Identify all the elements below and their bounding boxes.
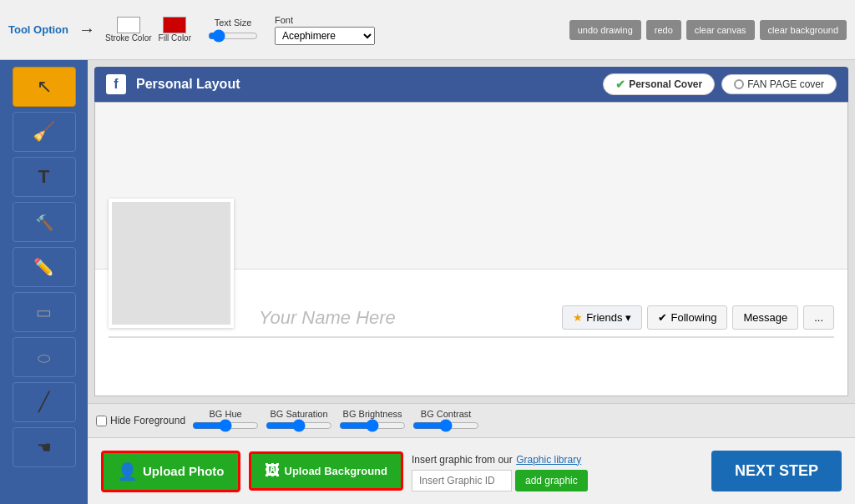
clear-canvas-button[interactable]: clear canvas: [686, 20, 755, 40]
tab-fanpage-cover[interactable]: FAN PAGE cover: [721, 74, 837, 94]
line-icon: [38, 391, 49, 413]
fb-profile-photo: [109, 199, 234, 328]
fill-color-box[interactable]: Fill Color: [159, 17, 191, 43]
text-size-slider[interactable]: [208, 29, 258, 43]
text-size-group: Text Size: [208, 18, 258, 43]
text-icon: [38, 166, 49, 188]
tool-option-label: Tool Option: [8, 23, 68, 37]
rectangle-icon: [36, 302, 52, 322]
check-icon: ✔: [658, 311, 667, 324]
bg-brightness-group: BG Brightness: [339, 409, 406, 432]
stroke-color-group: Stroke Color Fill Color: [105, 17, 191, 43]
tool-rectangle[interactable]: [13, 292, 76, 332]
ellipse-icon: [38, 348, 50, 367]
bg-hue-slider[interactable]: [192, 419, 259, 432]
fb-divider: [109, 336, 834, 338]
tab-group: ✔ Personal Cover FAN PAGE cover: [603, 73, 837, 95]
fb-logo: f: [106, 74, 126, 94]
fb-name-area: Your Name Here ★ Friends ▾ ✔ Following: [259, 305, 834, 336]
fb-header: f Personal Layout ✔ Personal Cover FAN P…: [94, 67, 848, 102]
hide-foreground-label[interactable]: Hide Foreground: [96, 415, 185, 426]
radio-icon: [734, 79, 744, 89]
next-step-button[interactable]: NEXT STEP: [711, 451, 842, 491]
graphic-library-label: Insert graphic from our Graphic library: [412, 451, 581, 466]
fb-actions: ★ Friends ▾ ✔ Following Message: [562, 305, 834, 330]
fb-profile-area: Your Name Here ★ Friends ▾ ✔ Following: [95, 270, 847, 336]
undo-button[interactable]: undo drawing: [569, 20, 641, 40]
chevron-down-icon: ▾: [625, 311, 631, 324]
tab-personal-cover[interactable]: ✔ Personal Cover: [603, 73, 715, 95]
image-icon: 🖼: [265, 462, 280, 480]
tool-ellipse[interactable]: [13, 337, 76, 377]
bottom-bar: 👤 Upload Photo 🖼 Upload Background Inser…: [88, 437, 855, 504]
font-group: Font Acephimere Arial Times New Roman Ve…: [275, 15, 375, 45]
tool-pen[interactable]: ✏️: [13, 247, 76, 287]
hand-icon: [37, 437, 52, 457]
message-button[interactable]: Message: [732, 305, 798, 330]
add-graphic-button[interactable]: add graphic: [515, 470, 588, 491]
bg-hue-group: BG Hue: [192, 409, 259, 432]
cursor-icon: [37, 76, 52, 98]
fb-canvas: Your Name Here ★ Friends ▾ ✔ Following: [94, 102, 848, 396]
bg-contrast-group: BG Contrast: [412, 409, 479, 432]
following-button[interactable]: ✔ Following: [647, 305, 727, 330]
friends-button[interactable]: ★ Friends ▾: [562, 305, 642, 330]
star-icon: ★: [573, 311, 583, 324]
clear-background-button[interactable]: clear background: [760, 20, 847, 40]
stroke-color-box[interactable]: Stroke Color: [105, 17, 152, 43]
fb-panel: f Personal Layout ✔ Personal Cover FAN P…: [88, 60, 855, 403]
tool-eraser[interactable]: 🧹: [13, 112, 76, 152]
check-icon: ✔: [615, 78, 625, 91]
graphic-library-link[interactable]: Graphic library: [516, 454, 581, 466]
tool-hand[interactable]: [13, 427, 76, 467]
graphic-section: Insert graphic from our Graphic library …: [412, 451, 588, 491]
bg-brightness-slider[interactable]: [339, 419, 406, 432]
upload-background-button[interactable]: 🖼 Upload Background: [249, 451, 404, 491]
graphic-id-input[interactable]: [412, 470, 512, 491]
tool-cursor[interactable]: [13, 67, 76, 107]
toolbar-right: undo drawing redo clear canvas clear bac…: [569, 20, 847, 40]
hammer-icon: [35, 213, 53, 232]
bg-saturation-slider[interactable]: [266, 419, 332, 432]
main-area: 🧹 ✏️ f Personal Layout: [0, 60, 855, 504]
arrow-icon: →: [78, 20, 95, 39]
bg-contrast-slider[interactable]: [412, 419, 479, 432]
content-area: f Personal Layout ✔ Personal Cover FAN P…: [88, 60, 855, 504]
eraser-icon: 🧹: [33, 121, 55, 143]
fb-panel-title: Personal Layout: [136, 77, 593, 92]
upload-photo-button[interactable]: 👤 Upload Photo: [101, 451, 240, 492]
bottom-controls: Hide Foreground BG Hue BG Saturation BG …: [88, 403, 855, 437]
graphic-input-row: add graphic: [412, 470, 588, 491]
tool-hammer[interactable]: [13, 202, 76, 242]
sidebar: 🧹 ✏️: [0, 60, 88, 504]
tool-text[interactable]: [13, 157, 76, 197]
font-select[interactable]: Acephimere Arial Times New Roman Verdana: [275, 27, 375, 45]
tool-line[interactable]: [13, 382, 76, 422]
pen-icon: ✏️: [33, 257, 54, 277]
redo-button[interactable]: redo: [646, 20, 681, 40]
toolbar: Tool Option → Stroke Color Fill Color Te…: [0, 0, 855, 60]
bg-saturation-group: BG Saturation: [266, 409, 332, 432]
more-button[interactable]: ...: [803, 305, 834, 330]
hide-foreground-checkbox[interactable]: [96, 416, 107, 426]
person-icon: 👤: [117, 461, 138, 481]
fb-name-placeholder: Your Name Here: [259, 307, 396, 329]
